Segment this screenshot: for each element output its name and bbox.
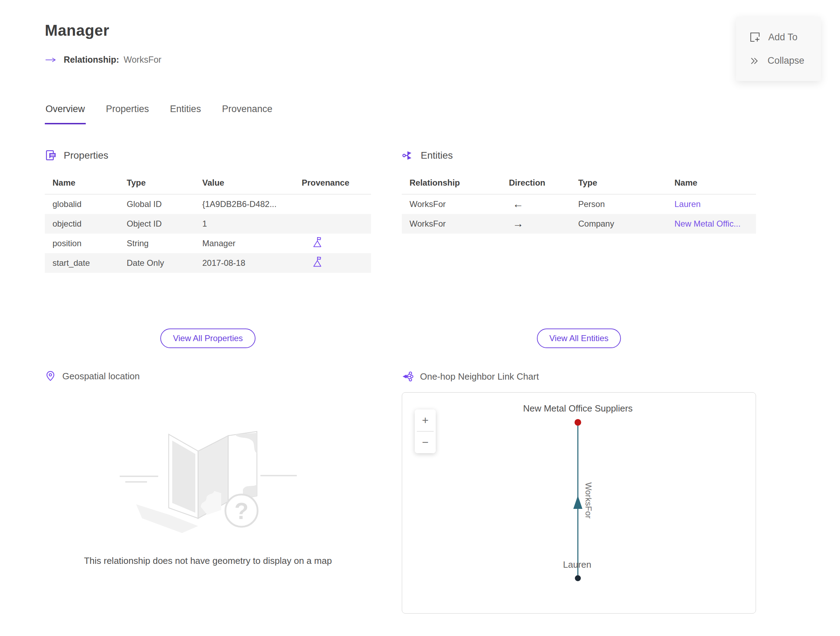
table-row: position String Manager — [45, 234, 371, 253]
map-placeholder: ? — [117, 402, 299, 553]
table-row: start_date Date Only 2017-08-18 — [45, 253, 371, 273]
entities-section-title: Entities — [421, 150, 453, 161]
entities-section-header: Entities — [402, 149, 453, 162]
map-placeholder-illustration: ? — [117, 402, 299, 553]
relationship-label: Relationship: — [64, 55, 119, 65]
col-header-name: Name — [667, 178, 756, 188]
cell-direction direction-arrow: ← — [501, 198, 570, 210]
relationship-detail-page: Add To Collapse Manager Relationship: Wo… — [0, 0, 840, 636]
tab-properties[interactable]: Properties — [105, 104, 150, 124]
tab-bar: Overview Properties Entities Provenance — [45, 104, 273, 124]
person-node[interactable] — [575, 576, 581, 581]
right-arrow-icon — [45, 56, 57, 63]
collapse-label: Collapse — [767, 55, 804, 66]
entities-table: Relationship Direction Type Name WorksFo… — [402, 175, 756, 234]
properties-column: Properties Name Type Value Provenance gl… — [45, 149, 371, 615]
page-title: Manager — [45, 22, 109, 39]
link-chart-panel: New Metal Office Suppliers WorksFor Laur… — [402, 392, 756, 614]
cell-direction direction-arrow: → — [501, 217, 570, 230]
cell-type: Person — [570, 199, 667, 209]
link-chart-canvas: New Metal Office Suppliers WorksFor Laur… — [402, 392, 756, 613]
relationship-type-text: Relationship: WorksFor — [64, 55, 161, 65]
col-header-relationship: Relationship — [402, 178, 501, 188]
add-to-icon — [749, 32, 761, 43]
cell-type: Date Only — [119, 258, 194, 268]
cell-name: position — [45, 239, 119, 248]
table-row: globalid Global ID {1A9DB2B6-D482... — [45, 195, 371, 214]
entities-icon — [402, 149, 414, 162]
properties-icon — [45, 149, 57, 162]
cell-value: Manager — [194, 239, 293, 248]
relationship-value: WorksFor — [123, 55, 161, 65]
properties-table-body: globalid Global ID {1A9DB2B6-D482... obj… — [45, 195, 371, 273]
col-header-value: Value — [194, 178, 293, 188]
cell-provenance — [293, 256, 371, 270]
properties-section-title: Properties — [64, 150, 109, 161]
entity-name-link[interactable]: New Metal Offic... — [667, 219, 756, 229]
table-row: WorksFor ← Person Lauren — [402, 195, 756, 214]
person-node-label: Lauren — [563, 559, 592, 570]
cell-type: Company — [570, 219, 667, 229]
properties-section-header: Properties — [45, 149, 109, 162]
tab-overview[interactable]: Overview — [45, 104, 86, 124]
floating-actions-panel: Add To Collapse — [736, 17, 821, 81]
company-node[interactable] — [575, 419, 581, 426]
link-chart-section-title: One-hop Neighbor Link Chart — [420, 371, 539, 382]
view-all-entities-button[interactable]: View All Entities — [537, 329, 621, 348]
col-header-name: Name — [45, 178, 119, 188]
collapse-button[interactable]: Collapse — [736, 49, 821, 73]
entities-column: Entities Relationship Direction Type Nam… — [402, 149, 756, 615]
cell-name: globalid — [45, 199, 119, 209]
cell-type: String — [119, 239, 194, 248]
col-header-direction: Direction — [501, 178, 570, 188]
col-header-provenance: Provenance — [293, 178, 371, 188]
cell-name: objectid — [45, 219, 119, 229]
provenance-flag-icon[interactable] — [312, 236, 323, 248]
tab-entities[interactable]: Entities — [169, 104, 202, 124]
map-pin-icon — [45, 370, 56, 382]
col-header-type: Type — [119, 178, 194, 188]
entities-button-row: View All Entities — [402, 329, 756, 348]
chart-zoom-control: + − — [415, 410, 436, 453]
provenance-flag-icon[interactable] — [312, 256, 323, 268]
view-all-properties-button[interactable]: View All Properties — [160, 329, 256, 348]
entity-name-link[interactable]: Lauren — [667, 199, 756, 209]
entities-table-body: WorksFor ← Person Lauren WorksFor → Comp… — [402, 195, 756, 234]
zoom-in-button[interactable]: + — [415, 410, 436, 431]
chevrons-right-icon — [749, 56, 760, 66]
cell-value: {1A9DB2B6-D482... — [194, 199, 293, 209]
cell-value: 2017-08-18 — [194, 258, 293, 268]
zoom-out-button[interactable]: − — [415, 432, 436, 453]
col-header-type: Type — [570, 178, 667, 188]
add-to-label: Add To — [768, 32, 797, 43]
cell-name: start_date — [45, 258, 119, 268]
link-chart-section-header: One-hop Neighbor Link Chart — [402, 370, 539, 383]
table-row: WorksFor → Company New Metal Offic... — [402, 214, 756, 234]
cell-type: Object ID — [119, 219, 194, 229]
geospatial-section-title: Geospatial location — [62, 371, 140, 382]
cell-value: 1 — [194, 219, 293, 229]
one-hop-link-chart-icon — [402, 370, 414, 383]
properties-table: Name Type Value Provenance globalid Glob… — [45, 175, 371, 273]
svg-text:?: ? — [235, 498, 248, 524]
edge-label: WorksFor — [584, 482, 593, 519]
relationship-subtitle: Relationship: WorksFor — [45, 55, 161, 65]
edge-arrowhead — [573, 495, 583, 509]
entities-table-header: Relationship Direction Type Name — [402, 175, 756, 195]
geospatial-section-header: Geospatial location — [45, 370, 140, 382]
add-to-button[interactable]: Add To — [736, 25, 821, 49]
cell-type: Global ID — [119, 199, 194, 209]
company-node-label: New Metal Office Suppliers — [523, 403, 632, 414]
properties-button-row: View All Properties — [45, 329, 371, 348]
cell-relationship: WorksFor — [402, 199, 501, 209]
tab-provenance[interactable]: Provenance — [221, 104, 273, 124]
no-geometry-message: This relationship does not have geometry… — [45, 555, 371, 566]
cell-provenance — [293, 236, 371, 250]
properties-table-header: Name Type Value Provenance — [45, 175, 371, 195]
table-row: objectid Object ID 1 — [45, 214, 371, 234]
cell-relationship: WorksFor — [402, 219, 501, 229]
